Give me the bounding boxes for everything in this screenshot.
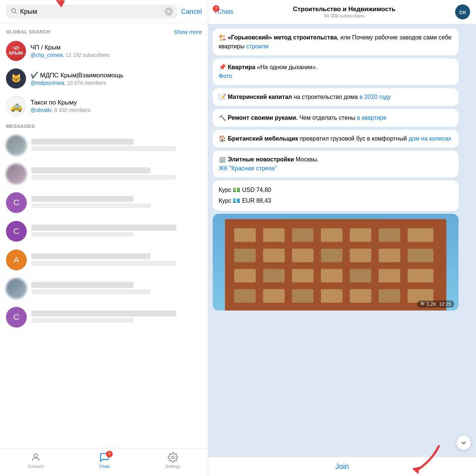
msg5-bold: Британский мебельщик bbox=[228, 135, 298, 142]
chats-icon: 7 bbox=[99, 452, 110, 463]
messages-area[interactable]: 🏗️ «Горьковский» метод строительства, ил… bbox=[208, 24, 476, 457]
chat-item-6[interactable] bbox=[0, 274, 208, 303]
chat-name-blurred-4 bbox=[31, 225, 176, 231]
msg5-link[interactable]: дом на колесах bbox=[409, 135, 451, 142]
settings-label: Settings bbox=[165, 464, 180, 469]
chat-msg-blurred-1 bbox=[31, 146, 176, 151]
svg-marker-40 bbox=[412, 467, 419, 474]
result-info-chp: ЧП / Крым @chp_crimea, 12 192 subscriber… bbox=[30, 44, 202, 58]
chat-msg-blurred-6 bbox=[31, 289, 151, 294]
svg-rect-31 bbox=[408, 269, 433, 282]
msg1-link[interactable]: строили bbox=[246, 43, 268, 49]
chat-msg-blurred-7 bbox=[31, 318, 134, 323]
global-search-section: GLOBAL SEARCH Show more ЧП КРЫМ ЧП / Кры… bbox=[0, 23, 208, 121]
nav-chats[interactable]: 7 Chats bbox=[99, 452, 110, 469]
avatar-a-orange-1: А bbox=[6, 250, 27, 270]
global-search-header: GLOBAL SEARCH Show more bbox=[6, 26, 202, 37]
svg-rect-32 bbox=[234, 289, 256, 302]
channel-info: Строительство и Недвижимость 34 308 subs… bbox=[238, 6, 451, 19]
messages-section-header: MESSAGES bbox=[0, 121, 208, 131]
msg2-normal: «На одном дыхании». bbox=[255, 64, 318, 70]
chat-name-blurred-5 bbox=[31, 253, 151, 259]
chat-list[interactable]: С С А bbox=[0, 131, 208, 448]
chats-label: Chats bbox=[99, 464, 110, 469]
msg3-link[interactable]: в 2020 году bbox=[360, 94, 391, 100]
left-panel: ✕ Cancel GLOBAL SEARCH Show more ЧП КРЫМ… bbox=[0, 0, 208, 476]
building-image: 👁 1,2К 12:25 bbox=[213, 214, 459, 311]
message-1: 🏗️ «Горьковский» метод строительства, ил… bbox=[213, 29, 459, 55]
msg4-link[interactable]: в квартире bbox=[357, 115, 387, 121]
avatar-c-purple-2: С bbox=[6, 221, 27, 242]
svg-rect-20 bbox=[292, 248, 313, 262]
chat-name-blurred-1 bbox=[31, 139, 134, 145]
svg-rect-14 bbox=[321, 228, 342, 242]
chat-item-1[interactable] bbox=[0, 131, 208, 160]
svg-rect-19 bbox=[263, 248, 285, 262]
chat-name-blurred-2 bbox=[31, 167, 151, 173]
search-input-wrap[interactable]: ✕ bbox=[6, 4, 177, 19]
chat-content-4 bbox=[31, 225, 202, 238]
svg-rect-16 bbox=[379, 228, 400, 242]
svg-rect-18 bbox=[234, 248, 256, 262]
global-search-label: GLOBAL SEARCH bbox=[6, 29, 51, 35]
nav-settings[interactable]: Settings bbox=[165, 452, 180, 469]
msg3-bold: Материнский капитал bbox=[228, 94, 292, 100]
chat-content-1 bbox=[31, 139, 202, 152]
back-button[interactable]: 7 ‹ Chats bbox=[214, 7, 233, 16]
svg-rect-21 bbox=[321, 248, 342, 262]
chat-content-3 bbox=[31, 196, 202, 210]
msg5-emoji: 🏠 bbox=[219, 135, 228, 142]
chat-msg-blurred-4 bbox=[31, 232, 134, 237]
msg1-bold: «Горьковский» метод строительства bbox=[228, 34, 337, 41]
svg-line-1 bbox=[15, 12, 16, 13]
msg6-emoji: 🏢 bbox=[219, 156, 228, 163]
cancel-button[interactable]: Cancel bbox=[181, 8, 202, 16]
chat-item-5[interactable]: А bbox=[0, 246, 208, 274]
search-bar: ✕ Cancel bbox=[0, 0, 208, 23]
search-result-chp[interactable]: ЧП КРЫМ ЧП / Крым @chp_crimea, 12 192 su… bbox=[6, 37, 202, 65]
scroll-down-button[interactable] bbox=[457, 436, 471, 450]
channel-avatar[interactable]: СН bbox=[455, 4, 470, 19]
msg6-link[interactable]: ЖК "Красная стрела" bbox=[219, 165, 277, 171]
show-more-button[interactable]: Show more bbox=[174, 29, 202, 35]
chat-item-2[interactable] bbox=[0, 160, 208, 189]
nav-contacts[interactable]: Contacts bbox=[28, 452, 44, 469]
svg-point-3 bbox=[34, 454, 38, 457]
svg-rect-27 bbox=[292, 269, 313, 282]
svg-rect-15 bbox=[350, 228, 372, 242]
chat-content-6 bbox=[31, 282, 202, 296]
chat-item-3[interactable]: С bbox=[0, 189, 208, 217]
search-result-taxi[interactable]: 🚕 Такси по Крыму @obratki, 8 450 members bbox=[6, 92, 202, 120]
svg-point-4 bbox=[171, 456, 174, 459]
msg3-emoji: 📝 bbox=[219, 94, 228, 100]
search-result-mdps[interactable]: 🐱 ✔️ МДПС Крым|Взаимопомощь @mdpscrimea,… bbox=[6, 65, 202, 92]
result-sub-chp: @chp_crimea, 12 192 subscribers bbox=[30, 52, 202, 58]
search-input[interactable] bbox=[20, 8, 162, 16]
msg2-link[interactable]: Фото bbox=[219, 73, 232, 79]
svg-rect-30 bbox=[379, 269, 400, 282]
avatar-photo-1 bbox=[6, 135, 27, 156]
svg-point-0 bbox=[12, 9, 16, 13]
chat-msg-blurred-3 bbox=[31, 203, 151, 208]
message-7-courses: Курс 💵 USD 74,80 Курс 💶 EUR 88,43 bbox=[213, 180, 459, 211]
image-time: 12:25 bbox=[439, 301, 451, 307]
image-views: 👁 1,2К bbox=[420, 301, 436, 307]
result-info-taxi: Такси по Крыму @obratki, 8 450 members bbox=[30, 99, 202, 113]
result-name-mdps: ✔️ МДПС Крым|Взаимопомощь bbox=[30, 71, 202, 79]
msg1-emoji: 🏗️ bbox=[219, 34, 228, 41]
message-4: 🔨 Ремонт своими руками. Чем отделать сте… bbox=[213, 109, 459, 127]
chat-item-7[interactable]: С bbox=[0, 303, 208, 332]
chat-content-7 bbox=[31, 311, 202, 324]
search-icon bbox=[10, 7, 17, 16]
msg6-bold: Элитные новостройки bbox=[228, 156, 294, 163]
avatar-c-purple-1: С bbox=[6, 192, 27, 213]
clear-button[interactable]: ✕ bbox=[165, 7, 173, 16]
message-2: 📌 Квартира «На одном дыхании».Фото bbox=[213, 58, 459, 85]
join-button[interactable]: Join bbox=[335, 462, 349, 471]
svg-rect-33 bbox=[263, 289, 285, 302]
result-name-chp: ЧП / Крым bbox=[30, 44, 202, 51]
svg-rect-22 bbox=[350, 248, 372, 262]
avatar-taxi: 🚕 bbox=[6, 96, 26, 116]
chat-item-4[interactable]: С bbox=[0, 217, 208, 246]
svg-rect-23 bbox=[379, 248, 400, 262]
